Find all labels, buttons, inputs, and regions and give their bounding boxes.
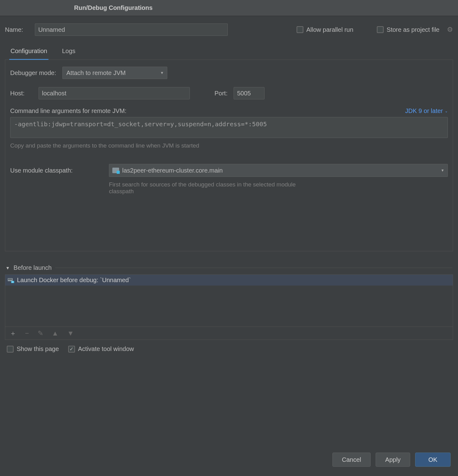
- tab-configuration[interactable]: Configuration: [9, 44, 48, 60]
- add-button[interactable]: ＋: [10, 330, 16, 337]
- divider: [55, 268, 452, 268]
- chevron-down-icon: ▼: [160, 71, 164, 75]
- docker-icon: D: [8, 278, 15, 283]
- gear-icon[interactable]: ⚙: [447, 26, 453, 34]
- svg-rect-3: [11, 279, 12, 280]
- folder-icon: [112, 168, 119, 173]
- move-up-button[interactable]: ▲: [52, 330, 59, 337]
- cmd-args-hint: Copy and paste the arguments to the comm…: [10, 142, 448, 149]
- checkbox-icon: [7, 346, 14, 353]
- chevron-down-icon: ▼: [441, 168, 444, 173]
- debugger-mode-value: Attach to remote JVM: [66, 69, 126, 77]
- module-classpath-value: las2peer-ethereum-cluster.core.main: [122, 167, 223, 174]
- svg-text:D: D: [12, 281, 13, 283]
- chevron-down-icon: ▼: [6, 265, 10, 270]
- dialog-title-text: Run/Debug Configurations: [74, 4, 152, 11]
- module-classpath-select[interactable]: las2peer-ethereum-cluster.core.main ▼: [109, 164, 448, 177]
- list-item[interactable]: D Launch Docker before debug: `Unnamed`: [5, 275, 453, 286]
- svg-rect-1: [8, 279, 9, 280]
- tab-logs[interactable]: Logs: [61, 44, 77, 60]
- move-down-button[interactable]: ▼: [67, 330, 74, 337]
- show-page-label: Show this page: [17, 345, 59, 353]
- dialog-title: Run/Debug Configurations: [0, 0, 458, 16]
- checkbox-icon: [297, 26, 303, 33]
- remove-button[interactable]: −: [25, 330, 29, 337]
- host-input[interactable]: [39, 87, 190, 99]
- checkbox-icon: [377, 26, 384, 33]
- activate-tool-window-label: Activate tool window: [78, 345, 134, 353]
- tab-bar: Configuration Logs: [5, 44, 453, 60]
- name-input[interactable]: [35, 23, 228, 36]
- jdk-version-text: JDK 9 or later: [405, 107, 443, 115]
- before-launch-label: Before launch: [14, 264, 52, 271]
- debugger-mode-select[interactable]: Attach to remote JVM ▼: [62, 67, 167, 79]
- configuration-panel: Debugger mode: Attach to remote JVM ▼ Ho…: [5, 60, 453, 251]
- store-project-label: Store as project file: [387, 26, 439, 33]
- port-label: Port:: [214, 90, 227, 97]
- jdk-version-link[interactable]: JDK 9 or later ⌄: [405, 107, 448, 115]
- list-item-label: Launch Docker before debug: `Unnamed`: [17, 277, 131, 284]
- module-classpath-hint: First search for sources of the debugged…: [109, 181, 310, 195]
- activate-tool-window-checkbox[interactable]: Activate tool window: [68, 345, 134, 353]
- apply-button[interactable]: Apply: [376, 453, 410, 467]
- port-input[interactable]: [234, 87, 264, 99]
- host-label: Host:: [10, 90, 32, 97]
- name-label: Name:: [5, 26, 23, 33]
- cmd-args-field[interactable]: -agentlib:jdwp=transport=dt_socket,serve…: [10, 117, 448, 138]
- checkbox-icon: [68, 346, 75, 353]
- before-launch-toolbar: ＋ − ✎ ▲ ▼: [5, 327, 453, 340]
- debugger-mode-label: Debugger mode:: [10, 69, 56, 77]
- allow-parallel-checkbox[interactable]: Allow parallel run: [297, 26, 353, 33]
- ok-button[interactable]: OK: [415, 453, 451, 467]
- allow-parallel-label: Allow parallel run: [306, 26, 353, 33]
- dialog-button-bar: Cancel Apply OK: [332, 453, 451, 467]
- before-launch-list[interactable]: D Launch Docker before debug: `Unnamed`: [5, 274, 453, 327]
- before-launch-header[interactable]: ▼ Before launch: [6, 264, 452, 271]
- svg-rect-2: [10, 279, 10, 280]
- edit-button[interactable]: ✎: [38, 330, 43, 337]
- show-page-checkbox[interactable]: Show this page: [7, 345, 59, 353]
- store-project-checkbox[interactable]: Store as project file: [377, 26, 439, 33]
- cmd-args-label: Command line arguments for remote JVM:: [10, 107, 127, 115]
- chevron-down-icon: ⌄: [445, 109, 448, 113]
- cancel-button[interactable]: Cancel: [332, 453, 371, 467]
- module-classpath-label: Use module classpath:: [10, 167, 103, 174]
